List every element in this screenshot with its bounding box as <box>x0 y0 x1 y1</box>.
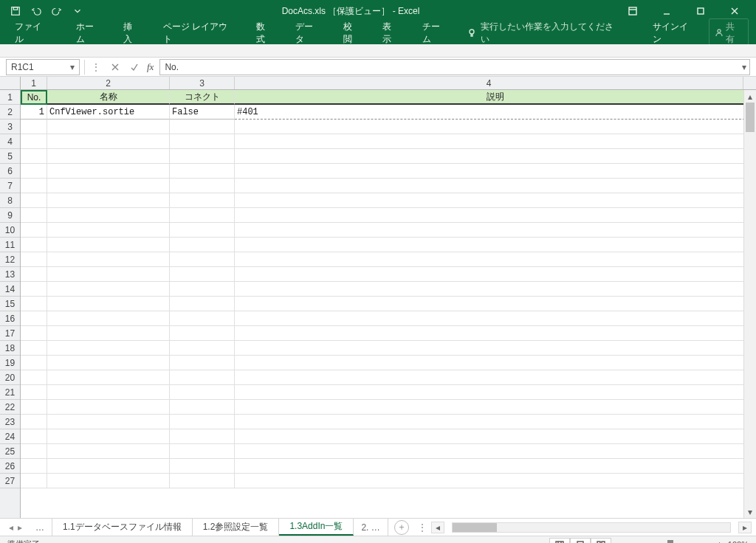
table-header-row: No. 名称 コネクト 説明 <box>21 90 756 105</box>
signin-link[interactable]: サインイン <box>650 16 698 50</box>
tab-file[interactable]: ファイル <box>7 16 57 50</box>
row-header[interactable]: 8 <box>0 193 20 208</box>
view-normal-button[interactable] <box>549 538 570 544</box>
row-header[interactable]: 6 <box>0 164 20 179</box>
cell-no[interactable]: 1 <box>21 105 47 120</box>
formula-value: No. <box>165 62 179 72</box>
name-box[interactable]: R1C1 ▾ <box>6 59 80 75</box>
row-header[interactable]: 10 <box>0 223 20 238</box>
cell-name[interactable]: CnfViewer.sortie <box>47 105 170 120</box>
add-sheet-button[interactable]: ＋ <box>394 520 409 535</box>
sheet-tab-ellipsis-right[interactable]: 2. … <box>354 519 388 536</box>
row-header[interactable]: 23 <box>0 415 20 429</box>
row-header[interactable]: 12 <box>0 252 20 267</box>
redo-icon[interactable] <box>49 3 65 19</box>
tab-home[interactable]: ホーム <box>73 16 105 50</box>
scroll-thumb[interactable] <box>746 103 755 132</box>
view-page-layout-button[interactable] <box>570 538 591 544</box>
horizontal-scrollbar[interactable] <box>452 522 731 533</box>
ribbon-display-button[interactable] <box>616 0 650 22</box>
tab-data[interactable]: データ <box>292 16 324 50</box>
row-header[interactable]: 27 <box>0 474 20 488</box>
tell-me-search[interactable]: 実行したい作業を入力してください <box>467 21 618 46</box>
row-header[interactable]: 11 <box>0 238 20 252</box>
save-icon[interactable] <box>7 3 24 19</box>
collapsed-ribbon <box>0 44 756 58</box>
status-ready: 準備完了 <box>7 539 549 543</box>
row-header[interactable]: 20 <box>0 370 20 385</box>
col-header-1[interactable]: 1 <box>21 77 47 89</box>
zoom-in-button[interactable]: ＋ <box>715 539 724 543</box>
tab-team[interactable]: チーム <box>419 16 451 50</box>
tab-view[interactable]: 表示 <box>379 16 402 50</box>
zoom-out-button[interactable]: − <box>620 540 625 544</box>
table-row: 1 CnfViewer.sortie False #401 <box>21 105 756 120</box>
vertical-scrollbar[interactable]: ▴ ▾ <box>743 90 756 518</box>
row-header[interactable]: 15 <box>0 297 20 311</box>
row-header[interactable]: 16 <box>0 311 20 326</box>
sheet-tab-3[interactable]: 1.3AddIn一覧 <box>279 519 354 536</box>
formula-input[interactable]: No. ▾ <box>159 59 750 75</box>
tab-scroll-right-icon[interactable]: ▸ <box>18 522 22 533</box>
header-desc[interactable]: 説明 <box>235 90 756 105</box>
row-header[interactable]: 3 <box>0 120 20 134</box>
hscroll-thumb[interactable] <box>453 523 497 532</box>
row-header[interactable]: 2 <box>0 105 20 120</box>
row-header[interactable]: 7 <box>0 179 20 193</box>
row-header[interactable]: 19 <box>0 356 20 370</box>
row-header[interactable]: 17 <box>0 326 20 341</box>
row-header[interactable]: 1 <box>0 90 20 105</box>
header-no[interactable]: No. <box>21 90 47 105</box>
row-header[interactable]: 13 <box>0 267 20 282</box>
cell-connect[interactable]: False <box>170 105 235 120</box>
fx-icon[interactable]: fx <box>144 61 157 73</box>
share-button[interactable]: 共有 <box>709 18 749 48</box>
tab-page-layout[interactable]: ページ レイアウト <box>160 16 237 50</box>
col-header-3[interactable]: 3 <box>170 77 235 89</box>
cancel-formula-icon[interactable] <box>106 59 125 75</box>
person-icon <box>715 28 723 38</box>
header-name[interactable]: 名称 <box>47 90 170 105</box>
tab-formulas[interactable]: 数式 <box>253 16 276 50</box>
row-headers: 1 2 3 4 5 6 7 8 9 10 11 12 13 14 15 16 1… <box>0 90 21 518</box>
name-box-value: R1C1 <box>11 62 70 72</box>
scroll-up-icon[interactable]: ▴ <box>744 90 756 103</box>
hscroll-right-icon[interactable]: ▸ <box>738 522 752 533</box>
zoom-level[interactable]: 100% <box>728 540 749 544</box>
col-header-2[interactable]: 2 <box>47 77 170 89</box>
sheet-tab-ellipsis-left[interactable]: … <box>28 519 52 536</box>
sheet-tab-2[interactable]: 1.2参照設定一覧 <box>193 519 280 536</box>
header-connect[interactable]: コネクト <box>170 90 235 105</box>
row-header[interactable]: 26 <box>0 459 20 474</box>
cells-grid[interactable]: No. 名称 コネクト 説明 1 CnfViewer.sortie False … <box>21 90 756 518</box>
row-header[interactable]: 18 <box>0 341 20 356</box>
row-header[interactable]: 21 <box>0 385 20 400</box>
enter-formula-icon[interactable] <box>125 59 144 75</box>
chevron-down-icon[interactable]: ▾ <box>70 62 75 72</box>
row-header[interactable]: 4 <box>0 134 20 149</box>
undo-icon[interactable] <box>28 3 44 19</box>
row-header[interactable]: 25 <box>0 444 20 459</box>
select-all-corner[interactable] <box>0 77 21 89</box>
tab-scroll-left-icon[interactable]: ◂ <box>9 522 13 533</box>
tab-review[interactable]: 校閲 <box>340 16 363 50</box>
view-page-break-button[interactable] <box>591 538 611 544</box>
svg-rect-0 <box>12 7 20 15</box>
scroll-down-icon[interactable]: ▾ <box>744 505 756 518</box>
tab-options-icon[interactable]: ⋮ <box>415 522 430 533</box>
row-header[interactable]: 9 <box>0 208 20 223</box>
tab-insert[interactable]: 挿入 <box>120 16 143 50</box>
row-header[interactable]: 24 <box>0 429 20 444</box>
svg-point-4 <box>470 30 474 34</box>
cell-desc[interactable]: #401 <box>235 105 756 120</box>
lightbulb-icon <box>467 28 476 39</box>
hscroll-left-icon[interactable]: ◂ <box>431 522 444 533</box>
col-header-4[interactable]: 4 <box>235 77 743 89</box>
qat-dropdown-icon[interactable] <box>69 3 86 19</box>
row-header[interactable]: 14 <box>0 282 20 297</box>
row-header[interactable]: 22 <box>0 400 20 415</box>
row-header[interactable]: 5 <box>0 149 20 164</box>
formula-dots-icon[interactable]: ⋮ <box>86 59 106 75</box>
sheet-tab-1[interactable]: 1.1データベースファイル情報 <box>52 519 193 536</box>
expand-formula-icon[interactable]: ▾ <box>742 62 746 72</box>
